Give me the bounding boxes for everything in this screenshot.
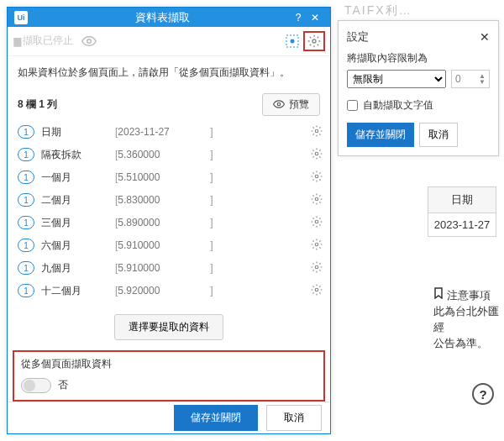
table-row: 1日期[2023-11-27] — [18, 121, 325, 144]
multi-page-section: 從多個頁面擷取資料 否 — [13, 350, 325, 402]
capture-status-text: 擷取已停止 — [23, 34, 73, 48]
column-name: 二個月 — [41, 193, 115, 207]
settings-cancel-button[interactable]: 取消 — [419, 123, 458, 147]
capture-status: ▮▮ 擷取已停止 — [13, 34, 73, 48]
gear-icon[interactable] — [308, 216, 325, 230]
row-index: 1 — [18, 239, 34, 252]
eye-icon[interactable] — [78, 32, 100, 50]
multi-page-toggle[interactable] — [21, 378, 51, 393]
column-value: 5.510000 — [118, 171, 210, 183]
auto-text-checkbox[interactable] — [347, 100, 358, 111]
gear-icon[interactable] — [308, 239, 325, 253]
multi-page-label: 從多個頁面擷取資料 — [21, 357, 317, 371]
row-index: 1 — [18, 148, 34, 161]
multi-page-value: 否 — [58, 378, 68, 392]
table-row: 1九個月[5.910000] — [18, 257, 325, 280]
gear-icon[interactable] — [308, 171, 325, 185]
table-row: 1三個月[5.890000] — [18, 212, 325, 234]
column-list: 1日期[2023-11-27]1隔夜拆款[5.360000]1一個月[5.510… — [8, 121, 330, 302]
hint-text: 如果資料位於多個頁面上，請啟用「從多個頁面擷取資料」。 — [8, 56, 330, 88]
settings-icon[interactable] — [303, 31, 325, 51]
notice-line1: 此為台北外匯經 — [433, 304, 502, 336]
column-value: 5.890000 — [118, 217, 210, 228]
table-row: 1一個月[5.510000] — [18, 166, 325, 189]
bg-title: TAIFX利… — [344, 3, 412, 18]
dialog-title: 資料表擷取 — [34, 10, 290, 25]
column-value: 5.920000 — [118, 285, 210, 297]
cancel-button[interactable]: 取消 — [266, 405, 322, 431]
settings-close-icon[interactable]: ✕ — [480, 30, 490, 44]
limit-number[interactable]: 0 ▲▼ — [451, 70, 490, 88]
app-logo: Ui — [14, 11, 28, 24]
gear-icon[interactable] — [308, 125, 325, 139]
toolbar: ▮▮ 擷取已停止 — [8, 27, 330, 56]
close-icon[interactable]: ✕ — [307, 12, 323, 24]
notice-title: 注意事項 — [447, 288, 491, 304]
gear-icon[interactable] — [308, 261, 325, 276]
table-row: 1十二個月[5.920000] — [18, 280, 325, 302]
notice-box: 注意事項 此為台北外匯經 公告為準。 — [433, 287, 502, 351]
date-header: 日期 — [428, 187, 496, 213]
dialog-footer: 儲存並關閉 取消 — [8, 402, 330, 433]
preview-label: 預覽 — [289, 97, 309, 112]
svg-point-9 — [315, 220, 318, 223]
svg-point-5 — [315, 129, 318, 133]
date-table: 日期 2023-11-27 — [428, 186, 496, 237]
auto-text-label: 自動擷取文字值 — [363, 98, 433, 113]
spinner-icon: ▲▼ — [479, 73, 486, 85]
bookmark-icon — [433, 287, 444, 304]
table-row: 1隔夜拆款[5.360000] — [18, 144, 325, 166]
titlebar: Ui 資料表擷取 ? ✕ — [8, 8, 330, 27]
column-name: 六個月 — [41, 239, 115, 253]
gear-icon[interactable] — [308, 148, 325, 162]
svg-point-8 — [315, 197, 318, 201]
row-count: 8 欄 1 列 — [18, 97, 262, 112]
gear-icon[interactable] — [308, 193, 325, 207]
row-index: 1 — [18, 284, 34, 297]
help-icon[interactable]: ? — [290, 12, 307, 24]
column-value: 5.910000 — [118, 239, 210, 251]
svg-point-10 — [315, 243, 318, 246]
row-index: 1 — [18, 171, 34, 184]
svg-point-6 — [315, 152, 318, 155]
gear-icon[interactable] — [308, 284, 325, 298]
column-value: 5.360000 — [118, 149, 210, 160]
column-name: 隔夜拆款 — [41, 148, 115, 162]
settings-panel: 設定 ✕ 將擷取內容限制為 無限制 0 ▲▼ 自動擷取文字值 儲存並關閉 取消 — [338, 20, 499, 156]
limit-number-value: 0 — [455, 73, 461, 85]
column-value: 2023-11-27 — [118, 126, 210, 138]
svg-point-7 — [315, 175, 318, 178]
row-index: 1 — [18, 216, 34, 229]
date-value: 2023-11-27 — [428, 213, 496, 236]
svg-point-0 — [87, 39, 92, 44]
notice-line2: 公告為準。 — [433, 336, 502, 352]
target-icon[interactable] — [281, 31, 303, 51]
column-name: 一個月 — [41, 171, 115, 185]
svg-point-11 — [315, 265, 318, 269]
row-index: 1 — [18, 125, 34, 139]
save-button[interactable]: 儲存並關閉 — [174, 405, 258, 431]
column-name: 日期 — [41, 125, 115, 139]
column-value: 5.910000 — [118, 262, 210, 274]
svg-point-4 — [277, 102, 281, 106]
svg-point-2 — [291, 39, 295, 43]
list-header: 8 欄 1 列 預覽 — [8, 88, 330, 121]
settings-save-button[interactable]: 儲存並關閉 — [347, 123, 414, 147]
svg-point-12 — [315, 288, 318, 291]
pause-icon: ▮▮ — [13, 34, 19, 48]
column-name: 九個月 — [41, 261, 115, 276]
table-row: 1二個月[5.830000] — [18, 189, 325, 212]
column-name: 三個月 — [41, 216, 115, 230]
settings-title: 設定 — [347, 29, 480, 45]
row-index: 1 — [18, 261, 34, 275]
table-row: 1六個月[5.910000] — [18, 234, 325, 257]
limit-select[interactable]: 無限制 — [347, 70, 446, 88]
preview-button[interactable]: 預覽 — [262, 93, 320, 116]
help-button[interactable]: ? — [472, 383, 494, 405]
eye-icon — [273, 99, 285, 109]
extract-dialog: Ui 資料表擷取 ? ✕ ▮▮ 擷取已停止 如果資料位於多個頁面上，請啟用「從多… — [7, 7, 331, 434]
limit-label: 將擷取內容限制為 — [347, 51, 490, 66]
svg-point-3 — [312, 39, 316, 43]
select-data-button[interactable]: 選擇要提取的資料 — [114, 314, 223, 340]
column-value: 5.830000 — [118, 194, 210, 206]
